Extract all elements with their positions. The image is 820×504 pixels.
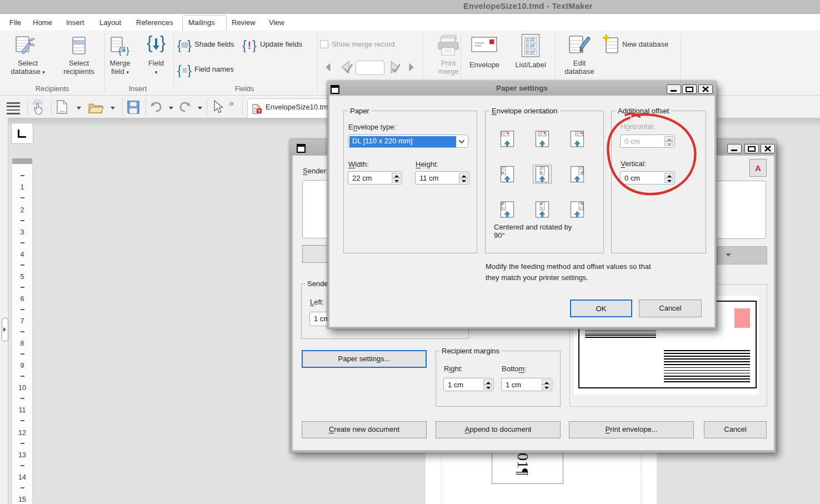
svg-text:{: { [177, 63, 182, 77]
svg-text:}: } [187, 38, 192, 52]
svg-text:}: } [187, 63, 192, 77]
svg-text:}: } [252, 38, 257, 52]
svg-text:}: } [126, 46, 129, 56]
svg-text:{: { [118, 46, 122, 56]
svg-text:{: { [242, 38, 247, 52]
svg-text:{: { [177, 38, 182, 52]
svg-text:!: ! [248, 40, 251, 51]
svg-text:T: T [258, 109, 261, 114]
